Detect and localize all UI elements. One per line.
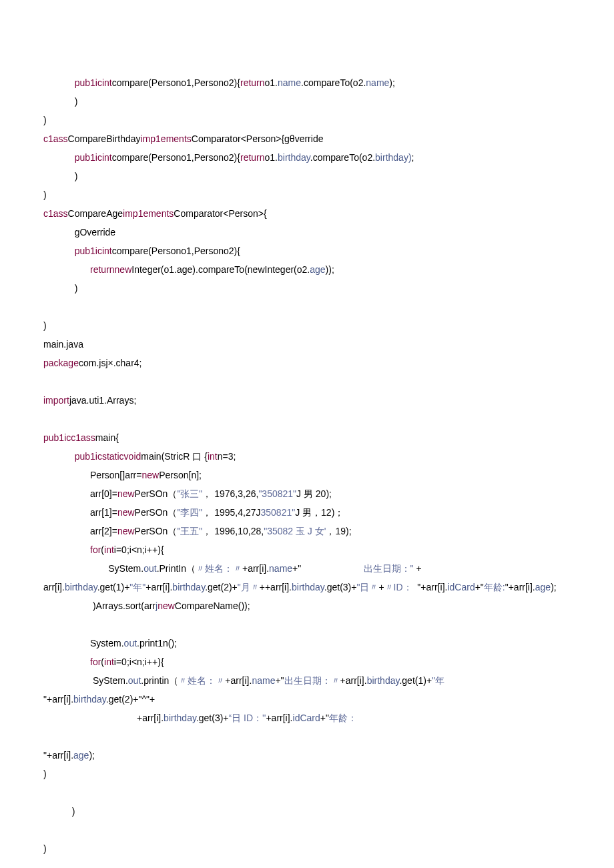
code-token: c1ass [43,133,68,144]
code-token: CompareBirthday [68,133,141,144]
code-token: ， 1995,4,27J [202,507,260,518]
code-token [43,657,90,667]
code-token: name [252,675,275,686]
code-token: "张三" [177,488,202,499]
code-token: .get(2)+"^"+ [106,694,155,705]
code-token: idCard [293,713,320,723]
code-token: age [73,750,89,761]
code-token: 〃ID： [384,582,412,592]
code-line: ) [43,92,571,111]
code-token: pub1icc1ass [43,432,95,443]
code-token: "+arr[i]. [505,582,535,592]
code-line: returnnewInteger(o1.age).compareTo(newIn… [43,260,571,279]
code-token: Person[]arr= [43,470,141,480]
code-token: package [43,358,79,368]
code-token: CompareName()); [175,600,250,611]
code-token: +" [292,563,364,574]
code-token: PerSOn（ [135,488,178,499]
code-token: n=3; [218,451,236,462]
code-token: birthday [73,694,106,705]
code-token: +arr[i]. [225,675,252,686]
code-token: birthday [65,582,97,592]
code-token: "+arr[i]. [43,694,73,705]
code-token: + [416,563,421,574]
code-token: ) [43,843,47,854]
code-token: name [366,77,389,88]
code-line: System.out.print1n(); [43,634,571,653]
code-token: 出生日期：〃 [284,675,340,686]
code-token: 〃姓名：〃 [196,563,242,574]
code-token: name [269,563,292,574]
code-line: SyStem.out.printin（〃姓名：〃+arr[i].name+"出生… [43,671,571,690]
code-line [43,821,571,839]
code-token: for [90,657,101,667]
code-token: gOverride [43,227,115,238]
code-token: ++arr[i]. [260,582,292,592]
code-token: .get(3)+ [196,713,229,723]
code-token: .compareTo(o2. [310,152,375,163]
code-token: SyStem. [43,563,143,574]
code-token: SyStem. [43,675,128,686]
code-token: arr[2]= [43,526,117,536]
code-token: “日 ID：'' [229,713,266,723]
code-token: Comparator<Person>{gθverride [192,133,324,144]
code-token: arr[1]= [43,507,117,518]
code-token: 出生日期：" [364,563,416,574]
code-token: o1. [265,77,278,88]
code-document: pub1icintcompare(Persono1,Persono2){retu… [0,0,614,868]
code-token [43,451,75,462]
code-line: arr[2]=newPerSOn（"王五"， 1996,10,28,"35082… [43,522,571,540]
code-line: "+arr[i].birthday.get(2)+"^"+ [43,690,571,709]
code-token: )Arrays.sort(arr [43,600,156,611]
code-token: out [143,563,156,574]
code-token: ) [43,96,77,107]
code-line: importjava.uti1.Arrays; [43,391,571,410]
code-token: + [378,582,384,592]
code-token: "日〃 [356,582,378,592]
code-line: +arr[i].birthday.get(3)+“日 ID：''+arr[i].… [43,709,571,727]
code-line: c1assCompareAgeimp1ementsComparator<Pers… [43,204,571,223]
code-line [43,410,571,428]
code-token: return [240,152,265,163]
code-line: )Arrays.sort(arrjnewCompareName()); [43,596,571,615]
code-token: ; [412,152,414,163]
code-token: ); [389,77,395,88]
code-token: )); [326,264,334,275]
code-line: arr[1]=newPerSOn（"李四"， 1995,4,27J350821"… [43,503,571,522]
code-token: J 男，12)； [295,507,344,518]
code-token: birthday [172,582,205,592]
code-token: pub1icstaticvoid [75,451,141,462]
code-token: ) [43,320,47,331]
code-token: +arr[i]. [242,563,269,574]
code-token: +" [320,713,329,723]
code-line: ) [43,765,571,783]
code-token: CompareAge [68,208,123,219]
code-token: name [278,77,301,88]
code-token: ) [43,115,47,125]
code-token: compare(Persono1,Persono2){ [112,246,240,256]
code-token: 〃姓名：〃 [178,675,225,686]
code-line: pub1icintcompare(Persono1,Persono2){retu… [43,73,571,92]
code-token [43,246,75,256]
code-token: birthday [292,582,324,592]
code-token: birthday [164,713,196,723]
code-token: return [240,77,265,88]
code-token: returnnew [90,264,131,275]
code-token: i=0;i<n;i++){ [114,657,164,667]
code-token: .print1n(); [137,638,177,648]
code-line: for(inti=0;i<n;i++){ [43,540,571,559]
code-token: import [43,395,69,406]
code-token: PerSOn（ [135,507,178,518]
code-token: .printin（ [141,675,178,686]
code-token: +arr[i]. [145,582,172,592]
code-token: new [117,507,135,518]
code-line [43,727,571,746]
code-line: c1assCompareBirthdayimp1ementsComparator… [43,129,571,148]
code-token: out [124,638,137,648]
code-line: Person[]arr=newPerson[n]; [43,466,571,484]
code-token: .get(2)+ [205,582,238,592]
code-token: int [104,657,114,667]
code-line: arr[0]=newPerSOn（"张三"， 1976,3,26,"350821… [43,484,571,503]
code-token: new [117,488,135,499]
code-token: idCard [447,582,475,592]
